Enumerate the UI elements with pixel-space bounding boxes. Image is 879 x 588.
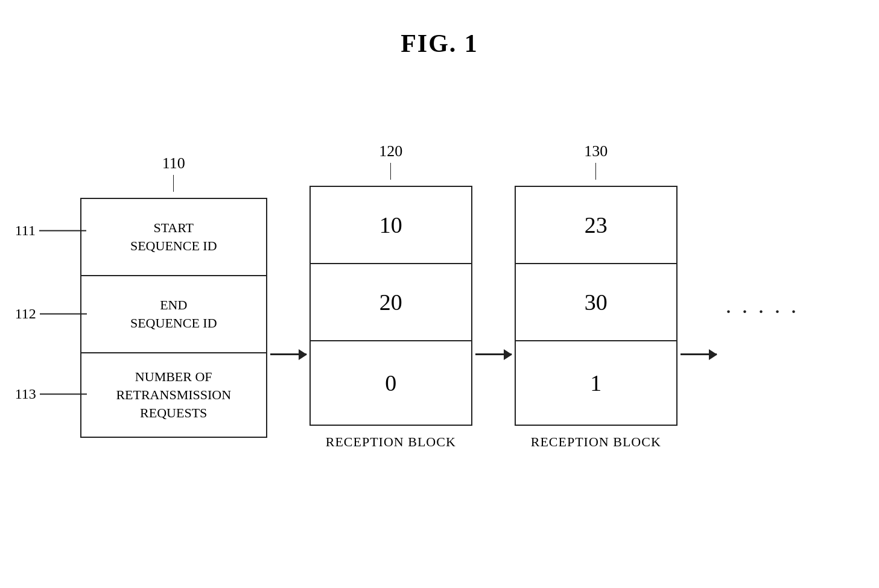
main-block: STARTSEQUENCE ID ENDSEQUENCE ID NUMBER O… bbox=[80, 198, 267, 438]
reception2-wrapper: 130 23 30 1 RECEPTION BLOCK bbox=[515, 142, 677, 450]
arrow-3-wrapper bbox=[677, 237, 720, 355]
reception1-tick bbox=[390, 163, 391, 180]
main-block-area: 111 112 113 STARTSEQUENCE ID ENDSEQUENCE… bbox=[80, 198, 267, 438]
arrow-line-2 bbox=[475, 353, 512, 355]
arrow-line-1 bbox=[270, 353, 306, 355]
start-sequence-cell: STARTSEQUENCE ID bbox=[81, 199, 266, 276]
side-label-112: 112 bbox=[15, 306, 87, 322]
arrow-line-3 bbox=[681, 353, 717, 355]
side-label-111: 111 bbox=[15, 223, 86, 239]
label-113-text: 113 bbox=[15, 386, 36, 402]
main-block-tick bbox=[173, 175, 174, 192]
side-label-113: 113 bbox=[15, 386, 87, 402]
main-block-wrapper: 110 111 112 113 STARTSEQUENCE ID bbox=[80, 154, 267, 438]
reception1-cell-2: 0 bbox=[311, 341, 471, 425]
label-111-text: 111 bbox=[15, 223, 36, 239]
arrow-1-wrapper bbox=[267, 237, 309, 355]
reception2-id: 130 bbox=[584, 142, 608, 160]
label-112-text: 112 bbox=[15, 306, 36, 322]
reception2-block: 23 30 1 bbox=[515, 186, 677, 426]
figure-title: FIG. 1 bbox=[401, 29, 478, 58]
reception2-label-top: 130 bbox=[584, 142, 608, 180]
reception1-cell-0: 10 bbox=[311, 187, 471, 264]
arrow-3 bbox=[677, 353, 720, 355]
reception2-cell-1: 30 bbox=[516, 264, 676, 341]
reception1-label-top: 120 bbox=[379, 142, 402, 180]
reception1-id: 120 bbox=[379, 142, 402, 160]
arrow-2 bbox=[472, 353, 515, 355]
reception1-cell-1: 20 bbox=[311, 264, 471, 341]
arrow-1 bbox=[267, 353, 309, 355]
arrow-2-wrapper bbox=[472, 237, 515, 355]
reception1-label: RECEPTION BLOCK bbox=[326, 434, 456, 450]
num-retransmission-cell: NUMBER OFRETRANSMISSIONREQUESTS bbox=[81, 353, 266, 437]
side-line-111 bbox=[39, 230, 86, 231]
end-sequence-cell: ENDSEQUENCE ID bbox=[81, 276, 266, 353]
diagram-container: 110 111 112 113 STARTSEQUENCE ID bbox=[80, 142, 799, 450]
main-block-id: 110 bbox=[162, 154, 185, 172]
reception2-label: RECEPTION BLOCK bbox=[531, 434, 661, 450]
reception1-block: 10 20 0 bbox=[309, 186, 472, 426]
reception1-wrapper: 120 10 20 0 RECEPTION BLOCK bbox=[309, 142, 472, 450]
ellipsis: · · · · · bbox=[726, 270, 799, 323]
reception2-cell-2: 1 bbox=[516, 341, 676, 425]
reception2-tick bbox=[595, 163, 596, 180]
main-block-label-top: 110 bbox=[162, 154, 185, 192]
reception2-cell-0: 23 bbox=[516, 187, 676, 264]
